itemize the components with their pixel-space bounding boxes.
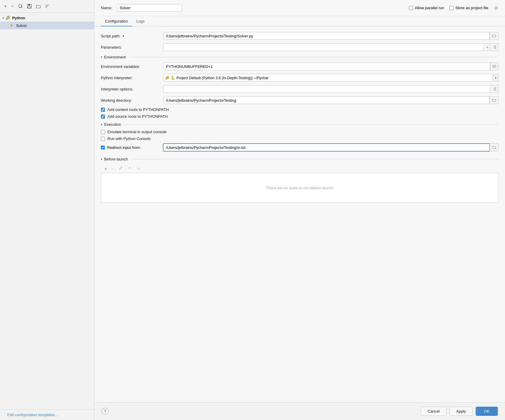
before-launch-divider-line [131, 159, 498, 159]
parameters-row: Parameters: + [101, 43, 498, 51]
allow-parallel-group: Allow parallel run [409, 6, 444, 10]
interpreter-label: Python interpreter: [101, 76, 163, 80]
script-path-label: Script path: [101, 34, 120, 38]
sidebar-bottom: Edit configuration templates... [0, 409, 94, 420]
redirect-input-browse-btn[interactable] [490, 144, 498, 151]
solver-label: Solver [16, 23, 27, 28]
interpreter-dropdown-btn[interactable]: ▾ [493, 74, 498, 82]
emulate-terminal-label: Emulate terminal in output console [107, 130, 166, 134]
env-variables-label: Environment variables: [101, 64, 163, 69]
store-project-group: Store as project file [450, 6, 488, 10]
before-launch-label: Before launch [104, 157, 128, 161]
config-name-input[interactable] [117, 4, 182, 12]
working-directory-input[interactable] [163, 96, 490, 104]
script-path-label-container: Script path: ▾ [101, 34, 163, 38]
working-directory-browse-btn[interactable] [490, 96, 498, 104]
interpreter-options-field [163, 85, 498, 93]
add-config-btn[interactable]: + [4, 3, 7, 9]
env-variables-input[interactable] [163, 63, 490, 70]
tab-configuration[interactable]: Configuration [101, 16, 132, 26]
script-path-type-dropdown[interactable]: Script path: ▾ [101, 34, 124, 38]
before-launch-up-btn[interactable] [126, 166, 133, 172]
env-variables-edit-btn[interactable] [490, 63, 498, 70]
interpreter-value: 🐍 Project Default (Python 3.6 (In-Depth-… [171, 76, 269, 80]
redirect-input-checkbox[interactable] [101, 146, 105, 149]
sidebar: + − [0, 0, 94, 420]
before-launch-collapse-arrow[interactable]: ▾ [101, 158, 102, 161]
add-source-roots-label: Add source roots to PYTHONPATH [107, 114, 168, 119]
parameters-field: + [163, 43, 498, 51]
parameters-label: Parameters: [101, 45, 163, 50]
run-python-console-row: Run with Python Console [101, 136, 498, 141]
run-python-console-label: Run with Python Console [107, 136, 151, 141]
ok-button[interactable]: OK [476, 407, 498, 416]
execution-section-label: Execution [104, 122, 121, 127]
interpreter-options-expand-btn[interactable] [491, 85, 498, 93]
remove-config-btn[interactable]: − [10, 3, 14, 9]
environment-section-label: Environment [104, 55, 126, 59]
working-directory-row: Working directory: [101, 96, 498, 104]
emulate-terminal-row: Emulate terminal in output console [101, 130, 498, 134]
script-path-field [163, 32, 498, 40]
interpreter-select[interactable]: 🐍 Project Default (Python 3.6 (In-Depth-… [163, 74, 493, 82]
run-python-console-checkbox[interactable] [101, 137, 105, 141]
allow-parallel-checkbox[interactable] [409, 6, 413, 10]
interpreter-options-input[interactable] [163, 85, 490, 93]
script-path-input[interactable] [163, 32, 490, 40]
interpreter-options-row: Interpreter options: [101, 85, 498, 93]
environment-collapse-arrow[interactable]: ▾ [101, 55, 102, 59]
interpreter-row: Python interpreter: 🐍 Project Default (P… [101, 74, 498, 82]
bottom-bar: ? Cancel Apply OK [94, 402, 505, 420]
python-group-header[interactable]: ▾ Python [0, 14, 94, 22]
svg-point-11 [496, 7, 497, 9]
working-directory-field [163, 96, 498, 104]
environment-divider-line [129, 57, 498, 57]
add-content-roots-checkbox[interactable] [101, 108, 105, 112]
execution-divider-line [124, 124, 498, 125]
sidebar-toolbar: + − [0, 0, 94, 13]
parameters-input[interactable] [163, 43, 484, 51]
script-path-dropdown-arrow: ▾ [123, 34, 124, 38]
right-panel: Name: Allow parallel run Store as projec… [94, 0, 505, 420]
environment-section-divider: ▾ Environment [101, 55, 498, 59]
header-options: Allow parallel run Store as project file [409, 6, 498, 10]
help-button[interactable]: ? [101, 408, 109, 415]
execution-collapse-arrow[interactable]: ▾ [101, 123, 102, 126]
gear-settings-btn[interactable] [494, 6, 498, 10]
parameters-add-btn[interactable]: + [484, 43, 490, 51]
env-variables-field [163, 63, 498, 70]
apply-button[interactable]: Apply [450, 407, 473, 416]
svg-rect-12 [493, 65, 496, 68]
cancel-button[interactable]: Cancel [421, 407, 446, 416]
config-header: Name: Allow parallel run Store as projec… [94, 0, 505, 16]
before-launch-content: There are no tasks to run before launch [101, 173, 498, 203]
python-group-icon [6, 15, 10, 20]
svg-point-15 [167, 77, 167, 77]
copy-config-btn[interactable] [18, 3, 23, 9]
svg-rect-4 [28, 7, 31, 8]
emulate-terminal-checkbox[interactable] [101, 130, 105, 134]
config-content: Script path: ▾ Parameters: [94, 26, 505, 402]
name-label: Name: [101, 6, 112, 10]
parameters-expand-btn[interactable] [491, 43, 498, 51]
add-content-roots-row: Add content roots to PYTHONPATH [101, 107, 498, 112]
sidebar-item-solver[interactable]: Solver [0, 22, 94, 29]
expand-arrow-icon: ▾ [2, 16, 4, 20]
script-path-browse-btn[interactable] [490, 32, 498, 40]
tab-logs[interactable]: Logs [132, 16, 149, 26]
redirect-input-row: Redirect input from: [101, 143, 498, 152]
before-launch-remove-btn[interactable]: − [110, 166, 115, 172]
sort-config-btn[interactable] [44, 3, 50, 9]
before-launch-add-btn[interactable]: + [103, 166, 108, 172]
working-directory-label: Working directory: [101, 98, 163, 103]
add-source-roots-checkbox[interactable] [101, 114, 105, 119]
store-project-checkbox[interactable] [450, 6, 454, 10]
svg-point-16 [168, 78, 168, 79]
save-config-btn[interactable] [26, 3, 32, 9]
before-launch-edit-btn[interactable] [117, 166, 124, 172]
before-launch-down-btn[interactable] [135, 166, 142, 172]
edit-templates-link[interactable]: Edit configuration templates... [4, 410, 61, 420]
add-source-roots-row: Add source roots to PYTHONPATH [101, 114, 498, 119]
open-config-btn[interactable] [35, 3, 41, 9]
redirect-input-input[interactable] [163, 144, 490, 151]
